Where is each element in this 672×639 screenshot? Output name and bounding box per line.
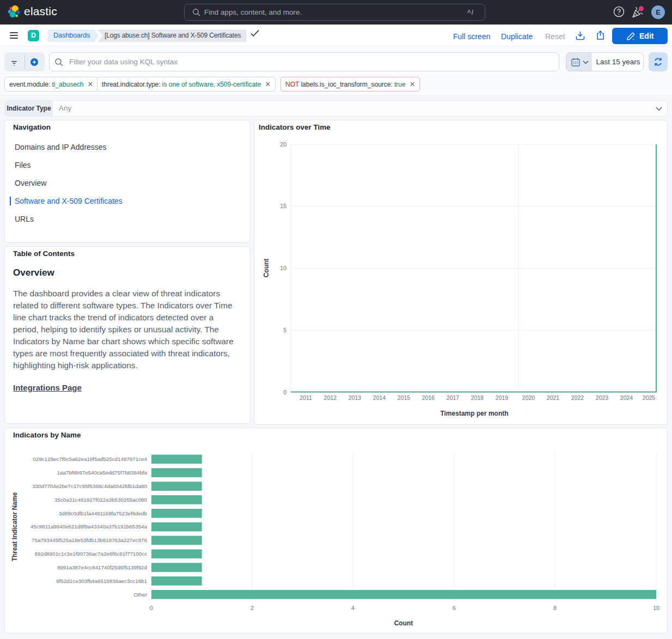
- svg-text:330d7704e2be7c17c95f5368c4da60: 330d7704e2be7c17c95f5368c4da6042fdb1da80: [32, 483, 147, 489]
- svg-text:75a793445f525a19e53fdb13b81876: 75a793445f525a19e53fdb13b818763a227ec976: [32, 537, 147, 543]
- svg-text:45c9611a9840e621d8f9a43340a37b: 45c9611a9840e621d8f9a43340a37b191b65354a: [30, 524, 147, 530]
- svg-text:2013: 2013: [349, 394, 362, 401]
- svg-text:2: 2: [251, 605, 254, 611]
- svg-text:5: 5: [283, 327, 286, 333]
- svg-text:2021: 2021: [547, 394, 560, 401]
- svg-text:2019: 2019: [496, 394, 509, 401]
- svg-text:2011: 2011: [300, 394, 312, 401]
- svg-text:35c0a31c481927f022a3b530255ac0: 35c0a31c481927f022a3b530255ac080: [54, 497, 148, 503]
- svg-text:892d8901c1c3e1f90736ac7a2e8f6c: 892d8901c1c3e1f90736ac7a2e8f6c81f77100cc: [35, 551, 148, 557]
- svg-text:2024: 2024: [620, 394, 633, 401]
- svg-text:Timestamp per month: Timestamp per month: [440, 410, 508, 417]
- svg-text:2016: 2016: [422, 394, 435, 401]
- svg-text:4: 4: [351, 605, 355, 611]
- svg-text:Threat Indicator Name: Threat Indicator Name: [11, 492, 19, 561]
- svg-text:8991a387e4cc841740f25d6f5139f9: 8991a387e4cc841740f25d6f5139f92d: [57, 564, 147, 570]
- svg-text:Count: Count: [394, 619, 413, 627]
- svg-text:1aa7bf8b97e540ca5edd75f7b8384b: 1aa7bf8b97e540ca5edd75f7b8384bfa: [57, 470, 147, 476]
- svg-text:029c128ec7f6c5a62ea19f5ad525cd: 029c128ec7f6c5a62ea19f5ad525cd1487971ce4: [33, 456, 147, 462]
- svg-text:15: 15: [280, 203, 286, 209]
- svg-text:2023: 2023: [596, 394, 609, 401]
- svg-text:2017: 2017: [447, 394, 460, 401]
- svg-text:2012: 2012: [324, 394, 337, 401]
- svg-text:8f52d1ce303fb4a6515836aec3cc16: 8f52d1ce303fb4a6515836aec3cc16b1: [56, 578, 147, 584]
- svg-text:8: 8: [553, 605, 557, 611]
- svg-text:Other: Other: [133, 592, 147, 598]
- svg-text:2022: 2022: [571, 394, 584, 401]
- svg-text:0: 0: [283, 389, 286, 395]
- svg-text:2025: 2025: [643, 394, 656, 401]
- svg-text:0: 0: [150, 605, 153, 611]
- svg-text:2015: 2015: [398, 394, 411, 401]
- svg-text:10: 10: [653, 605, 659, 611]
- svg-text:2014: 2014: [373, 394, 386, 401]
- svg-text:10: 10: [280, 265, 286, 271]
- svg-text:2020: 2020: [522, 394, 535, 401]
- svg-text:3d89c0dfb1fa44911b8fa7523ef8de: 3d89c0dfb1fa44911b8fa7523ef8dedb: [59, 510, 148, 516]
- svg-text:20: 20: [280, 141, 286, 148]
- svg-text:6: 6: [453, 605, 456, 611]
- svg-text:2018: 2018: [471, 394, 484, 401]
- svg-text:Count: Count: [262, 259, 270, 278]
